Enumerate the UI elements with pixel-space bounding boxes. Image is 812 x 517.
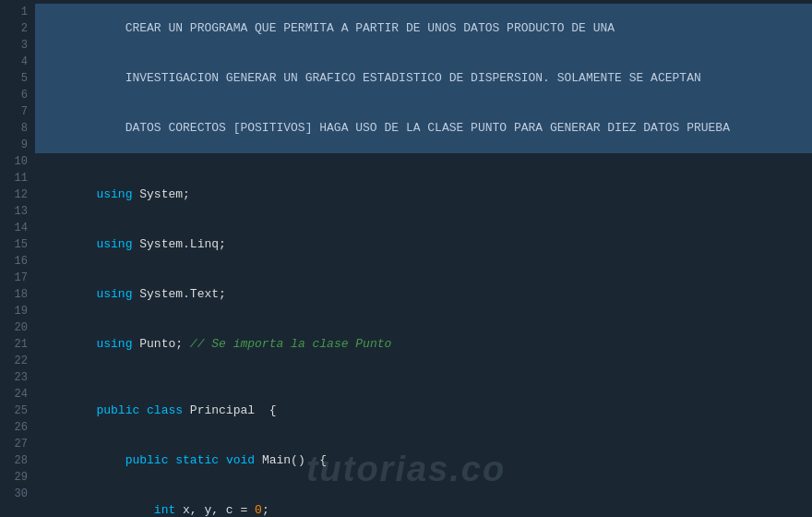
code-line-7: using System.Text; xyxy=(35,270,812,319)
line-numbers: 1 2 3 4 5 6 7 8 9 10 11 12 13 14 15 16 1… xyxy=(0,0,35,517)
code-editor: 1 2 3 4 5 6 7 8 9 10 11 12 13 14 15 16 1… xyxy=(0,0,812,517)
code-line-12: int x, y, c = 0; xyxy=(35,486,812,517)
code-line-11: public static void Main() { xyxy=(35,436,812,486)
code-lines: CREAR UN PROGRAMA QUE PERMITA A PARTIR D… xyxy=(35,0,812,517)
code-area: 1 2 3 4 5 6 7 8 9 10 11 12 13 14 15 16 1… xyxy=(0,0,812,517)
code-line-8: using Punto; // Se importa la clase Punt… xyxy=(35,319,812,369)
code-line-6: using System.Linq; xyxy=(35,220,812,270)
code-line-5: using System; xyxy=(35,170,812,220)
code-line-4 xyxy=(35,153,812,170)
code-line-9 xyxy=(35,369,812,386)
code-line-1: CREAR UN PROGRAMA QUE PERMITA A PARTIR D… xyxy=(35,4,812,54)
code-line-3: DATOS CORECTOS [POSITIVOS] HAGA USO DE L… xyxy=(35,103,812,153)
code-line-2: INVESTIGACION GENERAR UN GRAFICO ESTADIS… xyxy=(35,54,812,103)
code-line-10: public class Principal { xyxy=(35,386,812,436)
